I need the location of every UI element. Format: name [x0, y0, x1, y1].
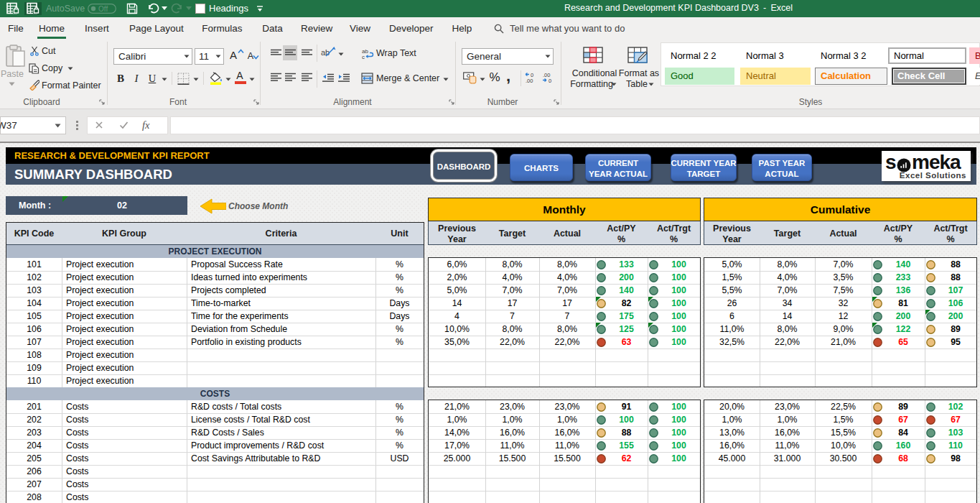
svg-text:Off: Off — [98, 5, 108, 13]
svg-text:c: c — [362, 54, 365, 59]
svg-text:0: 0 — [549, 78, 551, 83]
svg-text:.00: .00 — [526, 78, 533, 83]
